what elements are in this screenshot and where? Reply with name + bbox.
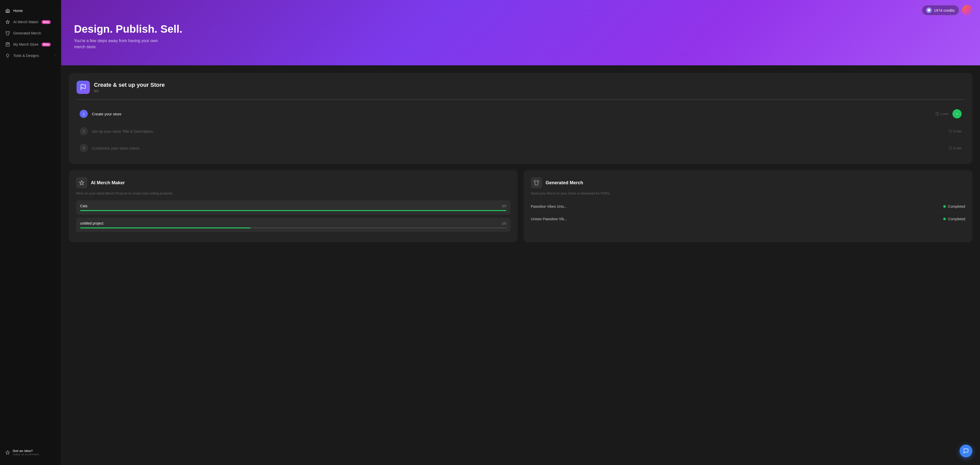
merch-item-1-name: Pawsitive Vibes Unis...	[531, 204, 567, 209]
project-untitled-name: untitled project	[80, 221, 103, 225]
setup-icon-box	[76, 81, 90, 94]
sidebar-footer-feedback[interactable]: Got an idea? Leave us a comment.	[0, 445, 61, 460]
sidebar-item-ai-merch-label: AI Merch Maker	[13, 20, 38, 24]
step-number-1: 1	[80, 110, 88, 118]
project-untitled-bar-track	[80, 228, 506, 228]
step-item-2[interactable]: 2 Set up your store Title & Description …	[76, 123, 965, 139]
generated-merch-card-title: Generated Merch	[546, 180, 583, 186]
setup-card: Create & set up your Store 0/3 1 Create …	[69, 73, 972, 164]
project-untitled-bar-fill	[80, 228, 251, 228]
project-item-cats[interactable]: Cats 5/5	[76, 200, 511, 215]
ai-merch-card: AI Merch Maker Work on your latest Merch…	[69, 170, 517, 242]
step-time-2: 5 min	[948, 129, 962, 133]
sidebar-item-home-label: Home	[13, 9, 23, 13]
step-item-3[interactable]: 3 Customize your store colors 5 min	[76, 140, 965, 156]
step-number-3: 3	[80, 144, 88, 152]
footer-text: Got an idea? Leave us a comment.	[13, 449, 40, 456]
setup-progress-text: 0/3	[94, 89, 165, 93]
sidebar-item-ai-merch-maker[interactable]: AI Merch Maker Beta	[0, 16, 61, 27]
diamond-icon	[5, 53, 10, 58]
setup-title-group: Create & set up your Store 0/3	[94, 82, 165, 93]
sparkle-icon	[5, 19, 10, 24]
sidebar-item-generated-merch-label: Generated Merch	[13, 31, 41, 35]
merch-item-2[interactable]: Unisex Pawsitive Vib... Completed	[531, 213, 965, 225]
status-dot-2	[943, 218, 946, 220]
ai-merch-card-header: AI Merch Maker	[76, 177, 511, 188]
step-label-3: Customize your store colors	[92, 146, 945, 150]
svg-marker-1	[6, 54, 9, 58]
status-dot-1	[943, 205, 946, 208]
bottom-cards-row: AI Merch Maker Work on your latest Merch…	[69, 170, 972, 242]
merch-item-1-status-label: Completed	[948, 204, 965, 209]
project-cats-count: 5/5	[502, 204, 506, 208]
content-area: Create & set up your Store 0/3 1 Create …	[61, 65, 980, 250]
project-untitled-header: untitled project 2/5	[80, 221, 506, 225]
sidebar-item-my-merch-store-label: My Merch Store	[13, 42, 38, 46]
hero-header: 1974 credits	[922, 5, 972, 15]
hero-title: Design. Publish. Sell.	[74, 23, 967, 35]
merch-item-2-status: Completed	[943, 217, 965, 221]
sidebar-item-my-merch-store[interactable]: My Merch Store Beta	[0, 39, 61, 50]
ai-merch-card-title: AI Merch Maker	[91, 180, 125, 186]
ai-merch-card-subtitle: Work on your latest Merch Projects to cr…	[76, 191, 511, 195]
home-icon	[5, 8, 10, 13]
setup-card-title: Create & set up your Store	[94, 82, 165, 88]
credits-icon	[926, 7, 932, 13]
sidebar-item-tools-designs-label: Tools & Designs	[13, 54, 39, 58]
user-avatar[interactable]	[962, 5, 972, 15]
merch-item-1-status: Completed	[943, 204, 965, 209]
project-untitled-count: 2/5	[502, 221, 506, 225]
svg-point-2	[928, 9, 930, 11]
step-item-1[interactable]: 1 Create your store 1 min ›	[76, 105, 965, 123]
store-icon	[5, 42, 10, 47]
step-label-1: Create your store	[92, 112, 931, 116]
main-content: 1974 credits Design. Publish. Sell. You'…	[61, 0, 980, 465]
project-cats-name: Cats	[80, 204, 88, 208]
generated-merch-card: Generated Merch Send your Merch to your …	[524, 170, 972, 242]
hero-banner: 1974 credits Design. Publish. Sell. You'…	[61, 0, 980, 65]
merch-item-1[interactable]: Pawsitive Vibes Unis... Completed	[531, 200, 965, 213]
step-label-2: Set up your store Title & Description	[92, 129, 945, 134]
step-time-3: 5 min	[948, 146, 962, 150]
sidebar-item-generated-merch[interactable]: Generated Merch	[0, 27, 61, 39]
shirt-icon	[5, 30, 10, 36]
step-time-1: 1 min	[935, 112, 948, 116]
project-cats-bar-fill	[80, 210, 506, 211]
generated-merch-card-header: Generated Merch	[531, 177, 965, 188]
merch-item-2-status-label: Completed	[948, 217, 965, 221]
ai-merch-card-icon	[76, 177, 87, 188]
merch-item-2-name: Unisex Pawsitive Vib...	[531, 217, 567, 221]
setup-progress-track	[76, 99, 965, 100]
idea-icon	[5, 450, 10, 455]
credits-amount: 1974 credits	[934, 8, 955, 13]
step-number-2: 2	[80, 127, 88, 135]
generated-merch-card-subtitle: Send your Merch to your Store or downloa…	[531, 191, 965, 195]
step-arrow-1[interactable]: ›	[953, 109, 962, 118]
step-list: 1 Create your store 1 min › 2 Set up you…	[76, 105, 965, 156]
sidebar-item-tools-designs[interactable]: Tools & Designs ›	[0, 50, 61, 61]
project-item-untitled[interactable]: untitled project 2/5	[76, 218, 511, 232]
sidebar: Home AI Merch Maker Beta Generated Merch	[0, 0, 61, 465]
my-merch-store-badge: Beta	[41, 43, 51, 46]
setup-header: Create & set up your Store 0/3	[76, 81, 965, 94]
generated-merch-card-icon	[531, 177, 542, 188]
project-cats-bar-track	[80, 210, 506, 211]
hero-subtitle: You're a few steps away from having your…	[74, 38, 967, 50]
chat-button[interactable]	[959, 444, 972, 457]
ai-merch-badge: Beta	[41, 20, 51, 24]
credits-badge[interactable]: 1974 credits	[922, 5, 959, 15]
chevron-right-icon: ›	[55, 54, 56, 57]
sidebar-item-home[interactable]: Home	[0, 5, 61, 16]
project-cats-header: Cats 5/5	[80, 204, 506, 208]
